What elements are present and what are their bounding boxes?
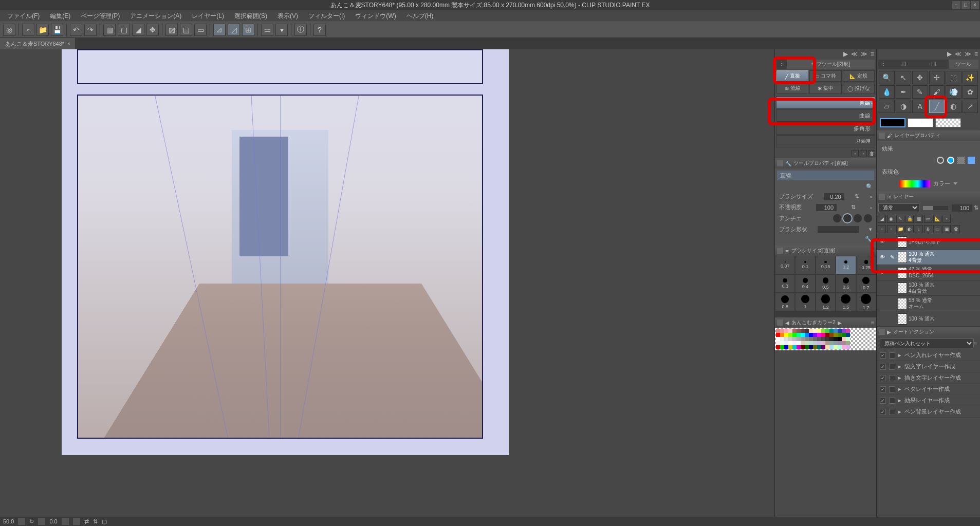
status-icon[interactable] [62, 518, 69, 525]
palette-swatch[interactable] [792, 329, 797, 333]
palette-swatch[interactable] [817, 333, 821, 337]
palette-swatch[interactable] [788, 341, 792, 345]
brushsize-cell[interactable]: 0.25 [856, 256, 876, 274]
brushsize-cell[interactable]: 1.7 [856, 293, 876, 311]
subtool-stream[interactable]: ≋ 流線 [776, 83, 808, 94]
layer-row[interactable]: 👁 47 % 通常DSC_2654 [877, 265, 980, 280]
clip-icon[interactable]: ◢ [878, 215, 886, 223]
effect-border-icon[interactable] [937, 157, 944, 164]
workspace-icon[interactable]: ▭ [261, 24, 273, 36]
rec-icon[interactable] [889, 386, 895, 392]
palette-swatch[interactable] [821, 345, 825, 349]
palette-swatch[interactable] [788, 333, 792, 337]
palette-swatch[interactable] [792, 337, 797, 341]
autoaction-item[interactable]: ✓▸袋文字レイヤー作成 [877, 361, 980, 372]
effect-tone-icon[interactable] [957, 157, 965, 164]
checkbox-icon[interactable]: ✓ [880, 409, 886, 415]
stepper-icon[interactable]: ⇅ [855, 193, 859, 200]
subtool-grip-icon[interactable]: ⋮ [776, 60, 787, 69]
tab-close-icon[interactable]: × [67, 41, 70, 46]
palette-swatch[interactable] [821, 329, 825, 333]
layer-row[interactable]: 100 % 通常 [877, 311, 980, 327]
canvas-area[interactable] [0, 49, 774, 517]
effect-layercolor-icon[interactable] [968, 157, 975, 164]
transfer-icon[interactable]: ↓ [915, 225, 923, 233]
undo-icon[interactable]: ↶ [70, 24, 82, 36]
new-icon[interactable]: ▫ [22, 24, 34, 36]
menu-help[interactable]: ヘルプ(H) [401, 10, 439, 22]
palette-swatch[interactable] [846, 337, 850, 341]
brushsize-cell[interactable]: 0.8 [775, 293, 795, 311]
blend-mode-select[interactable]: 通常 [878, 203, 919, 212]
deselect-icon[interactable]: ▢ [118, 24, 130, 36]
palette-swatch[interactable] [813, 337, 817, 341]
anti-none-icon[interactable] [833, 214, 841, 222]
brushsize-cell[interactable]: 0.7 [856, 274, 876, 293]
grip-icon[interactable] [879, 194, 885, 200]
rec-icon[interactable] [889, 409, 895, 415]
palette-swatch[interactable] [805, 329, 809, 333]
blend-tool-icon[interactable]: ◑ [896, 100, 912, 113]
effect-color-icon[interactable] [947, 157, 954, 164]
next-palette-icon[interactable]: ▶ [838, 320, 842, 326]
layer-row[interactable]: 👁 1F机から廊下 [877, 234, 980, 250]
palette-swatch[interactable] [801, 333, 805, 337]
dropdown-icon[interactable]: ▾ [275, 24, 288, 36]
new-vector-icon[interactable]: ▫ [887, 225, 895, 233]
brushsize-cell[interactable]: 1.5 [836, 293, 856, 311]
anti-strong-icon[interactable] [864, 214, 872, 222]
palette-swatch[interactable] [776, 333, 780, 337]
quickaccess-tab[interactable]: ⬚ [889, 60, 918, 69]
eye-icon[interactable]: 👁 [877, 270, 888, 275]
subtool-direct[interactable]: ╱ 直接 [776, 70, 808, 82]
palette-swatch[interactable] [834, 333, 838, 337]
checkbox-icon[interactable]: ✓ [880, 398, 886, 404]
palette-swatch[interactable] [809, 345, 813, 349]
palette-swatch[interactable] [846, 329, 850, 333]
clip-studio-icon[interactable]: ◎ [3, 24, 15, 36]
palette-swatch[interactable] [825, 329, 829, 333]
brushsize-cell[interactable]: 0.5 [816, 274, 836, 293]
menu-window[interactable]: ウィンドウ(W) [350, 10, 401, 22]
palette-swatch[interactable] [838, 333, 842, 337]
menu-animation[interactable]: アニメーション(A) [125, 10, 187, 22]
palette-swatch[interactable] [813, 345, 817, 349]
palette-swatch[interactable] [780, 341, 784, 345]
palette-swatch[interactable] [846, 345, 850, 349]
palette-swatch[interactable] [780, 333, 784, 337]
deco-tool-icon[interactable]: ✿ [963, 85, 978, 99]
palette-swatch[interactable] [784, 333, 788, 337]
palette-swatch[interactable] [788, 337, 792, 341]
figure-tool-icon[interactable]: ╱ [929, 100, 945, 113]
palette-swatch[interactable] [780, 345, 784, 349]
palette-swatch[interactable] [834, 337, 838, 341]
nav-icon[interactable] [38, 518, 45, 525]
brushsize-cell[interactable]: 1.2 [816, 293, 836, 311]
palette-swatch[interactable] [784, 329, 788, 333]
palette-swatch[interactable] [829, 329, 834, 333]
palette-swatch[interactable] [825, 337, 829, 341]
palette-swatch[interactable] [809, 333, 813, 337]
grip-icon[interactable] [777, 160, 783, 166]
border-icon[interactable]: ▭ [194, 24, 207, 36]
toolprop-settings-icon[interactable]: 🔧 [785, 161, 791, 166]
eye-icon[interactable]: 👁 [877, 254, 888, 260]
palette-swatch[interactable] [792, 341, 797, 345]
transparent-color[interactable] [935, 118, 961, 127]
palette-swatch[interactable] [780, 337, 784, 341]
prev-icon[interactable]: ≪ [955, 50, 961, 58]
palette-swatch[interactable] [776, 345, 780, 349]
subtool-add-icon[interactable]: ▫ [852, 150, 859, 157]
maximize-icon[interactable]: □ [961, 1, 970, 9]
subtool-lasso[interactable]: ◯ 投げな [843, 83, 875, 94]
brushsize-cell[interactable]: 0.1 [795, 256, 815, 274]
palette-swatch[interactable] [825, 333, 829, 337]
palette-swatch[interactable] [784, 345, 788, 349]
grip-icon[interactable] [777, 248, 783, 254]
text-tool-icon[interactable]: A [912, 100, 928, 113]
delete-icon[interactable]: ▦ [103, 24, 116, 36]
palette-swatch[interactable] [797, 337, 801, 341]
palette-swatch[interactable] [805, 341, 809, 345]
menu-view[interactable]: 表示(V) [272, 10, 303, 22]
cmd-tab[interactable]: ⬚ [918, 60, 948, 69]
